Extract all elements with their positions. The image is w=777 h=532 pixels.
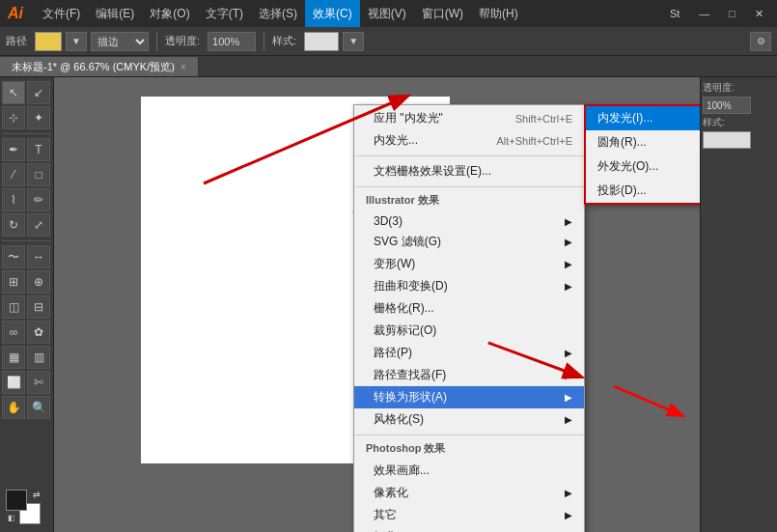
menu-doc-raster[interactable]: 文档栅格效果设置(E)... bbox=[354, 160, 584, 182]
style-arrow-btn[interactable]: ▼ bbox=[343, 32, 364, 51]
right-panel: 透明度: 样式: bbox=[700, 77, 777, 532]
tool-row-pen: ✒ T bbox=[2, 138, 51, 161]
style-label: 样式: bbox=[272, 34, 296, 48]
menu-window[interactable]: 窗口(W) bbox=[414, 0, 471, 27]
menu-pixelate[interactable]: 像素化 ▶ bbox=[354, 482, 584, 504]
menu-bar: 文件(F) 编辑(E) 对象(O) 文字(T) 选择(S) 效果(C) 视图(V… bbox=[35, 0, 526, 27]
menu-transform[interactable]: 变形(W) ▶ bbox=[354, 253, 584, 275]
menu-apply-inner-glow[interactable]: 应用 "内发光" Shift+Ctrl+E bbox=[354, 107, 584, 129]
extra-btn[interactable]: ⚙ bbox=[750, 32, 771, 51]
menu-inner-glow[interactable]: 内发光... Alt+Shift+Ctrl+E bbox=[354, 129, 584, 152]
menu-section-doc: 文档栅格效果设置(E)... bbox=[354, 158, 584, 184]
menu-path[interactable]: 路径(P) ▶ bbox=[354, 342, 584, 364]
left-toolbar: ↖ ↙ ⊹ ✦ ✒ T ∕ □ ⌇ ✏ ↻ ⤢ 〜 ↔ ⊞ bbox=[0, 77, 54, 532]
zoom-tool[interactable]: 🔍 bbox=[27, 396, 50, 419]
tool-row-line: ∕ □ bbox=[2, 163, 51, 186]
menu-text[interactable]: 文字(T) bbox=[198, 0, 251, 27]
column-chart-tool[interactable]: ▦ bbox=[2, 346, 25, 369]
menu-divider-1 bbox=[354, 155, 584, 156]
tool-row-artboard: ⬜ ✄ bbox=[2, 371, 51, 394]
pencil-tool[interactable]: ✏ bbox=[27, 188, 50, 211]
menu-select[interactable]: 选择(S) bbox=[251, 0, 305, 27]
tool-row-gradient: ◫ ⊟ bbox=[2, 295, 51, 319]
scale-tool[interactable]: ⤢ bbox=[27, 213, 50, 237]
stroke-color-swatch[interactable] bbox=[35, 32, 62, 51]
pen-tool[interactable]: ✒ bbox=[2, 138, 25, 161]
tool-row-blend: ∞ ✿ bbox=[2, 321, 51, 344]
type-tool[interactable]: T bbox=[27, 138, 50, 161]
menu-svg-filters[interactable]: SVG 滤镜(G) ▶ bbox=[354, 231, 584, 253]
panel-style-swatch[interactable] bbox=[703, 131, 751, 149]
menu-view[interactable]: 视图(V) bbox=[360, 0, 414, 27]
rotate-tool[interactable]: ↻ bbox=[2, 213, 25, 237]
style-swatch[interactable] bbox=[304, 32, 339, 51]
illustrator-effects-label: Illustrator 效果 bbox=[354, 189, 584, 210]
mesh-tool[interactable]: ⊟ bbox=[27, 295, 50, 319]
menu-other[interactable]: 其它 ▶ bbox=[354, 504, 584, 526]
opacity-input[interactable] bbox=[208, 32, 256, 51]
bar-chart-tool[interactable]: ▥ bbox=[27, 346, 50, 369]
free-transform-tool[interactable]: ⊞ bbox=[2, 270, 25, 294]
submenu-inner-glow[interactable]: 内发光(I)... bbox=[586, 106, 700, 130]
app-logo: Ai bbox=[8, 5, 23, 22]
menu-3d[interactable]: 3D(3) ▶ bbox=[354, 211, 584, 231]
menu-crop-marks[interactable]: 裁剪标记(O) bbox=[354, 320, 584, 342]
panel-opacity-row: 透明度: bbox=[703, 81, 775, 95]
blend-tool[interactable]: ∞ bbox=[2, 321, 25, 344]
swap-colors-icon[interactable]: ⇄ bbox=[33, 490, 41, 499]
panel-style-label: 样式: bbox=[703, 116, 725, 129]
direct-select-tool[interactable]: ↙ bbox=[27, 81, 50, 104]
menu-rasterize[interactable]: 栅格化(R)... bbox=[354, 297, 584, 320]
magic-wand-tool[interactable]: ✦ bbox=[27, 106, 50, 129]
close-button[interactable]: ✕ bbox=[749, 6, 769, 22]
menu-effect[interactable]: 效果(C) bbox=[305, 0, 360, 27]
line-tool[interactable]: ∕ bbox=[2, 163, 25, 186]
svg-line-2 bbox=[614, 386, 681, 415]
menu-convert-shape[interactable]: 转换为形状(A) ▶ bbox=[354, 386, 584, 408]
default-colors-icon[interactable]: ◧ bbox=[8, 514, 15, 522]
submenu-round-corners[interactable]: 圆角(R)... bbox=[586, 130, 700, 154]
menu-section-top: 应用 "内发光" Shift+Ctrl+E 内发光... Alt+Shift+C… bbox=[354, 105, 584, 154]
menu-divider-2 bbox=[354, 186, 584, 187]
rect-tool[interactable]: □ bbox=[27, 163, 50, 186]
menu-distort[interactable]: 扭曲 ▶ bbox=[354, 526, 584, 532]
shape-builder-tool[interactable]: ⊕ bbox=[27, 270, 50, 294]
menu-object[interactable]: 对象(O) bbox=[142, 0, 197, 27]
slice-tool[interactable]: ✄ bbox=[27, 371, 50, 394]
lasso-tool[interactable]: ⊹ bbox=[2, 106, 25, 129]
menu-edit[interactable]: 编辑(E) bbox=[88, 0, 142, 27]
tab-close-btn[interactable]: × bbox=[180, 62, 186, 72]
stroke-arrow-btn[interactable]: ▼ bbox=[66, 32, 87, 51]
tool-sep-1 bbox=[2, 133, 51, 134]
menu-effect-gallery[interactable]: 效果画廊... bbox=[354, 460, 584, 482]
select-tool[interactable]: ↖ bbox=[2, 81, 25, 104]
hand-tool[interactable]: ✋ bbox=[2, 396, 25, 419]
title-bar: Ai 文件(F) 编辑(E) 对象(O) 文字(T) 选择(S) 效果(C) 视… bbox=[0, 0, 777, 27]
color-boxes: ⇄ ◧ bbox=[2, 486, 51, 528]
toolbar-sep-1 bbox=[156, 32, 157, 51]
width-tool[interactable]: ↔ bbox=[27, 245, 50, 268]
canvas-area: 应用 "内发光" Shift+Ctrl+E 内发光... Alt+Shift+C… bbox=[54, 77, 700, 532]
tab-title: 未标题-1* @ 66.67% (CMYK/预览) bbox=[12, 60, 175, 74]
symbol-sprayer-tool[interactable]: ✿ bbox=[27, 321, 50, 344]
panel-opacity-input[interactable] bbox=[703, 97, 751, 114]
maximize-button[interactable]: □ bbox=[723, 6, 741, 21]
document-tab[interactable]: 未标题-1* @ 66.67% (CMYK/预览) × bbox=[0, 57, 199, 76]
paintbrush-tool[interactable]: ⌇ bbox=[2, 188, 25, 211]
foreground-color[interactable] bbox=[6, 490, 27, 511]
menu-warp-transform[interactable]: 扭曲和变换(D) ▶ bbox=[354, 275, 584, 297]
submenu-shadow[interactable]: 投影(D)... bbox=[586, 179, 700, 203]
stroke-dropdown[interactable]: 描边 bbox=[91, 32, 149, 51]
menu-stylize[interactable]: 风格化(S) ▶ bbox=[354, 408, 584, 431]
tool-row-column: ▦ ▥ bbox=[2, 346, 51, 369]
menu-help[interactable]: 帮助(H) bbox=[471, 0, 526, 27]
gradient-tool[interactable]: ◫ bbox=[2, 295, 25, 319]
submenu-outer-glow[interactable]: 外发光(O)... bbox=[586, 154, 700, 179]
stylize-submenu[interactable]: 内发光(I)... 圆角(R)... 外发光(O)... 投影(D)... bbox=[584, 104, 700, 205]
effect-menu[interactable]: 应用 "内发光" Shift+Ctrl+E 内发光... Alt+Shift+C… bbox=[353, 104, 585, 532]
menu-pathfinder[interactable]: 路径查找器(F) ▶ bbox=[354, 364, 584, 386]
minimize-button[interactable]: — bbox=[693, 6, 715, 21]
warp-tool[interactable]: 〜 bbox=[2, 245, 25, 268]
menu-file[interactable]: 文件(F) bbox=[35, 0, 88, 27]
artboard-tool[interactable]: ⬜ bbox=[2, 371, 25, 394]
